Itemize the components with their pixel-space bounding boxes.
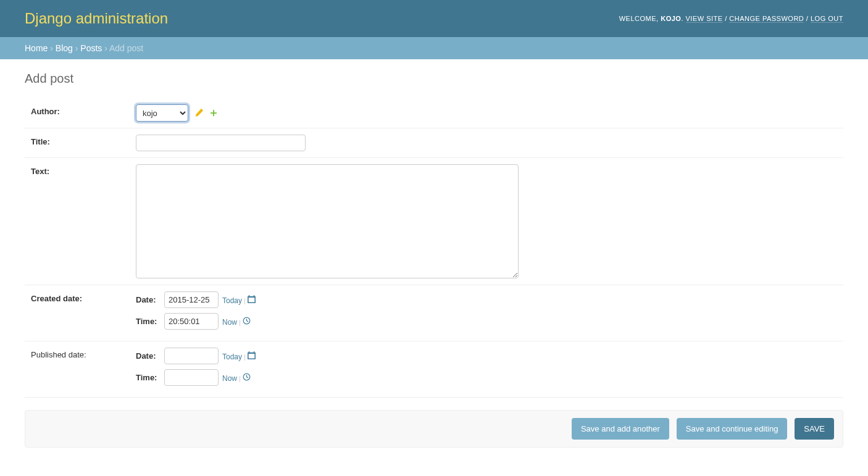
post-form: Author: kojo [25,98,843,448]
created-date-date-input[interactable] [164,291,219,308]
created-date-today-link[interactable]: Today [222,296,242,305]
field-row-author: Author: kojo [25,98,843,128]
created-date-time-label: Time: [136,317,161,326]
published-date-date-label: Date: [136,351,161,361]
username: KOJO [661,15,681,22]
published-date-date-input[interactable] [164,348,219,364]
title-input[interactable] [136,135,306,151]
author-select[interactable]: kojo [136,104,188,122]
field-row-text: Text: [25,158,843,285]
created-date-time-input[interactable] [164,313,219,330]
breadcrumb-home[interactable]: Home [25,43,48,53]
view-site-link[interactable]: VIEW SITE [686,15,723,23]
breadcrumb-model[interactable]: Posts [80,43,102,53]
page-title: Add post [25,72,843,86]
change-related-link[interactable] [194,109,203,117]
pencil-icon [194,109,203,117]
published-date-label: Published date: [31,348,130,359]
breadcrumb-app[interactable]: Blog [56,43,73,53]
published-date-today-link[interactable]: Today [222,353,242,361]
created-date-calendar-link[interactable] [248,296,256,305]
clock-icon [243,317,251,325]
created-date-now-link[interactable]: Now [222,318,237,327]
logout-link[interactable]: LOG OUT [811,15,843,23]
change-password-link[interactable]: CHANGE PASSWORD [729,15,804,23]
published-date-now-link[interactable]: Now [222,374,237,383]
field-row-title: Title: [25,128,843,158]
text-textarea[interactable] [136,164,519,278]
field-row-published-date: Published date: Date: Today | [25,341,843,398]
clock-icon [243,373,251,382]
branding: Django administration [25,10,168,27]
plus-icon [209,109,218,117]
title-label: Title: [31,135,130,146]
field-row-created-date: Created date: Date: Today | [25,285,843,341]
save-add-another-button[interactable]: Save and add another [572,418,669,440]
content: Add post Author: kojo [0,59,868,460]
site-title: Django administration [25,10,168,27]
breadcrumbs: Home › Blog › Posts › Add post [0,37,868,59]
save-button[interactable]: SAVE [795,418,834,440]
breadcrumb-current: Add post [109,43,143,53]
add-related-link[interactable] [209,109,218,117]
welcome-text: WELCOME, [619,15,661,22]
author-label: Author: [31,104,130,116]
created-date-clock-link[interactable] [243,318,251,327]
site-title-link[interactable]: Django administration [25,10,168,27]
text-label: Text: [31,164,130,176]
submit-row: Save and add another Save and continue e… [25,410,843,448]
created-date-label: Created date: [31,291,130,303]
published-date-time-label: Time: [136,373,161,382]
calendar-icon [248,295,256,304]
published-date-clock-link[interactable] [243,374,251,383]
published-date-time-input[interactable] [164,369,219,386]
user-tools: WELCOME, KOJO. VIEW SITE / CHANGE PASSWO… [619,15,843,22]
save-continue-button[interactable]: Save and continue editing [677,418,788,440]
header: Django administration WELCOME, KOJO. VIE… [0,0,868,37]
calendar-icon [248,351,256,360]
created-date-date-label: Date: [136,295,161,304]
published-date-calendar-link[interactable] [248,353,256,361]
